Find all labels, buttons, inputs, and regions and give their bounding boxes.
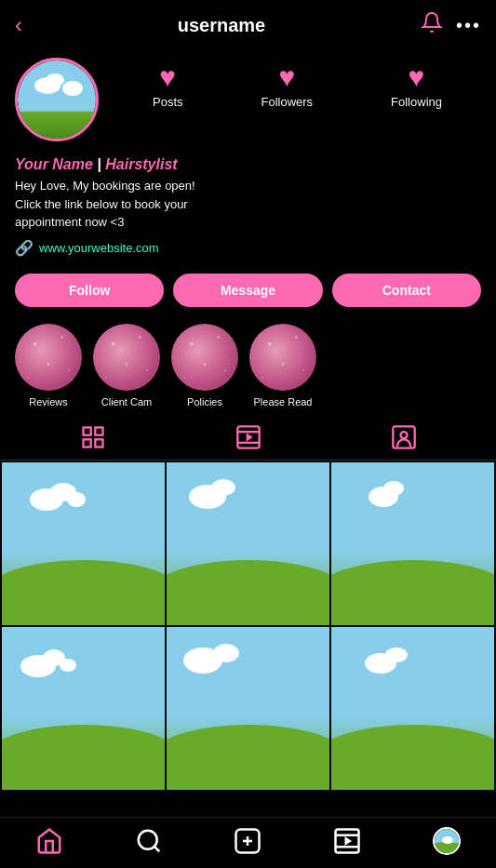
grid-item-3[interactable]	[331, 462, 494, 625]
highlight-client-cam-circle	[93, 324, 160, 391]
highlight-please-read-label: Please Read	[254, 396, 313, 407]
svg-rect-1	[95, 427, 102, 434]
tab-grid[interactable]	[61, 421, 125, 454]
nav-profile[interactable]	[433, 827, 461, 855]
followers-label: Followers	[261, 95, 313, 109]
svg-rect-3	[95, 439, 102, 447]
posts-label: Posts	[153, 95, 183, 109]
avatar	[15, 58, 99, 141]
photo-grid	[0, 461, 496, 792]
notification-bell-icon[interactable]	[421, 11, 443, 39]
following-heart-icon: ♥	[409, 61, 425, 93]
nav-home[interactable]	[35, 827, 63, 855]
grid-item-1[interactable]	[2, 462, 165, 625]
highlight-reviews-circle	[15, 324, 82, 391]
back-button[interactable]: ‹	[15, 12, 22, 38]
nav-profile-avatar	[433, 827, 461, 855]
link-icon: 🔗	[15, 239, 34, 257]
highlight-policies-circle	[171, 324, 238, 391]
following-label: Following	[391, 95, 442, 109]
tab-tagged[interactable]	[372, 421, 436, 454]
highlight-client-cam[interactable]: Client Cam	[93, 324, 160, 407]
posts-heart-icon: ♥	[159, 61, 176, 93]
nav-add[interactable]	[234, 827, 261, 855]
highlight-client-cam-label: Client Cam	[101, 396, 152, 407]
tabs-row	[0, 411, 496, 461]
message-button[interactable]: Message	[173, 274, 322, 307]
highlights-row: Reviews Client Cam Policies Please Read	[0, 316, 496, 411]
svg-point-9	[400, 432, 407, 438]
stat-following: ♥ Following	[391, 61, 442, 109]
header: ‹ username •••	[0, 0, 496, 50]
header-actions: •••	[421, 11, 481, 39]
stats-row: ♥ Posts ♥ Followers ♥ Following	[114, 58, 481, 109]
nav-search[interactable]	[135, 827, 163, 855]
bio-link[interactable]: 🔗 www.yourwebsite.com	[15, 239, 481, 257]
grid-item-5[interactable]	[167, 627, 329, 790]
tab-reels[interactable]	[217, 421, 280, 454]
svg-rect-0	[83, 427, 90, 434]
highlight-reviews[interactable]: Reviews	[15, 324, 82, 407]
svg-marker-5	[246, 433, 252, 441]
bio-section: Your Name | Hairstylist Hey Love, My boo…	[0, 153, 496, 264]
grid-item-2[interactable]	[167, 462, 329, 625]
nav-reels[interactable]	[333, 827, 361, 855]
highlight-please-read[interactable]: Please Read	[249, 324, 316, 407]
followers-heart-icon: ♥	[278, 61, 295, 93]
highlight-policies[interactable]: Policies	[171, 324, 238, 407]
grid-item-4[interactable]	[2, 627, 165, 790]
bio-name: Your Name | Hairstylist	[15, 156, 481, 173]
bio-text: Hey Love, My bookings are open!Click the…	[15, 177, 481, 232]
username-title: username	[178, 15, 266, 36]
more-options-icon[interactable]: •••	[456, 15, 481, 36]
stat-followers: ♥ Followers	[261, 61, 313, 109]
stat-posts: ♥ Posts	[153, 61, 183, 109]
grid-item-6[interactable]	[331, 627, 494, 790]
follow-button[interactable]: Follow	[15, 274, 164, 307]
highlight-policies-label: Policies	[187, 396, 222, 407]
svg-line-11	[154, 847, 159, 851]
contact-button[interactable]: Contact	[332, 274, 481, 307]
svg-rect-2	[83, 439, 90, 447]
action-buttons: Follow Message Contact	[0, 264, 496, 316]
svg-marker-16	[345, 836, 353, 846]
svg-point-10	[139, 831, 157, 849]
bottom-nav	[0, 817, 496, 868]
website-url[interactable]: www.yourwebsite.com	[39, 241, 159, 255]
profile-section: ♥ Posts ♥ Followers ♥ Following	[0, 50, 496, 153]
highlight-please-read-circle	[249, 324, 316, 391]
highlight-reviews-label: Reviews	[29, 396, 68, 407]
